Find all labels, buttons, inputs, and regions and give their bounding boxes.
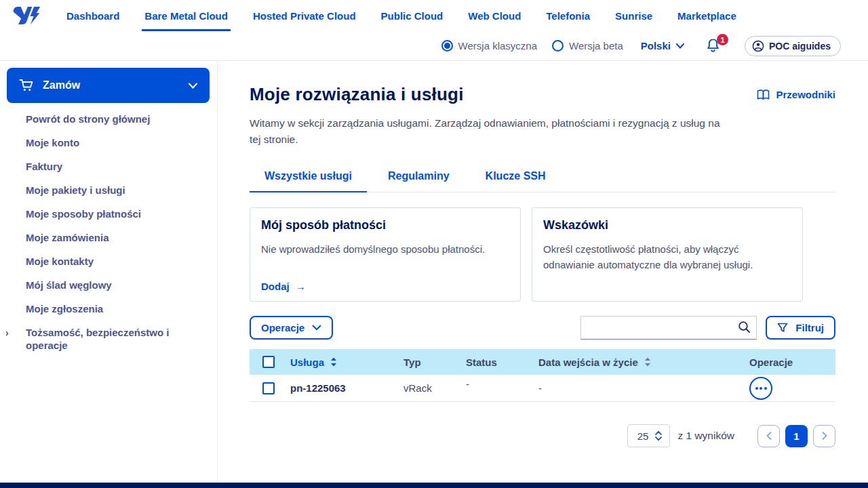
radio-version-classic[interactable]: Wersja klasyczna [441, 40, 537, 52]
column-header-type: Typ [403, 357, 466, 368]
row-checkbox[interactable] [262, 382, 275, 394]
chevron-left-icon [766, 432, 772, 440]
topnav-item-public-cloud[interactable]: Public Cloud [378, 0, 446, 31]
ovh-logo-icon [11, 5, 42, 26]
bottom-accent-bar [0, 483, 868, 488]
account-label: POC aiguides [769, 41, 831, 52]
search-icon[interactable] [738, 321, 751, 336]
topnav-item-marketplace[interactable]: Marketplace [675, 0, 739, 31]
order-button[interactable]: Zamów [7, 68, 210, 103]
operations-dropdown-button[interactable]: Operacje [250, 316, 333, 340]
sidebar-item-home[interactable]: Powrót do strony głównej [0, 107, 217, 131]
per-page-select[interactable]: 25 [627, 424, 671, 447]
sidebar-item-account[interactable]: Moje konto [0, 131, 217, 155]
page-description: Witamy w sekcji zarządzania usługami. Za… [250, 115, 724, 148]
chevron-down-icon [312, 325, 321, 331]
ovh-logo[interactable] [11, 0, 42, 31]
sidebar-item-invoices[interactable]: Faktury [0, 155, 217, 178]
tabs: Wszystkie usługi Regulaminy Klucze SSH [250, 170, 835, 192]
cart-icon [19, 79, 34, 92]
guides-link[interactable]: Przewodniki [757, 89, 835, 100]
topnav-item-telefonia[interactable]: Telefonia [543, 0, 593, 31]
chevron-down-icon [189, 83, 197, 89]
sidebar-item-carbon-footprint[interactable]: Mój ślad węglowy [0, 273, 217, 297]
order-button-label: Zamów [43, 79, 80, 92]
topnav-item-hosted-private-cloud[interactable]: Hosted Private Cloud [250, 0, 359, 31]
radio-unselected-icon [552, 40, 564, 52]
user-icon [752, 40, 764, 52]
main-content: Moje rozwiązania i usługi Przewodniki Wi… [218, 61, 868, 483]
select-all-checkbox[interactable] [262, 356, 275, 368]
sidebar-item-payment-methods[interactable]: Moje sposoby płatności [0, 202, 217, 226]
services-table: Usługa Typ Status Data wejścia w życie O… [250, 349, 835, 402]
language-label: Polski [641, 40, 671, 52]
operations-button-label: Operacje [261, 322, 304, 333]
sidebar-item-orders[interactable]: Moje zamówienia [0, 226, 217, 249]
radio-version-beta[interactable]: Wersja beta [552, 40, 623, 52]
radio-selected-icon [441, 40, 453, 52]
previous-page-button[interactable] [757, 425, 780, 447]
funnel-icon [777, 323, 788, 333]
column-header-status: Status [466, 357, 538, 368]
book-icon [757, 89, 770, 100]
sidebar-item-identity-security[interactable]: › Tożsamość, bezpieczeństwo i operacje [0, 321, 217, 357]
sort-icon[interactable] [330, 357, 337, 367]
next-page-button[interactable] [813, 425, 835, 447]
add-payment-link[interactable]: Dodaj → [261, 281, 509, 292]
sidebar-item-contacts[interactable]: Moje kontakty [0, 249, 217, 273]
filter-button-label: Filtruj [795, 322, 824, 333]
notifications-button[interactable]: 1 [706, 38, 720, 54]
card-title: Mój sposób płatności [261, 218, 509, 232]
search-input[interactable] [580, 316, 757, 340]
account-menu-button[interactable]: POC aiguides [745, 36, 841, 56]
filter-button[interactable]: Filtruj [766, 316, 835, 340]
page-number-button[interactable]: 1 [785, 425, 808, 447]
topnav-items: Dashboard Bare Metal Cloud Hosted Privat… [64, 0, 759, 31]
service-type: vRack [403, 382, 466, 394]
sidebar-item-label: Tożsamość, bezpieczeństwo i operacje [26, 327, 169, 351]
tab-ssh-keys[interactable]: Klucze SSH [471, 170, 561, 192]
per-page-value: 25 [637, 430, 649, 442]
chevron-down-icon [676, 43, 684, 49]
column-header-operations: Operacje [749, 357, 835, 368]
table-row: pn-1225063 vRack - - [250, 375, 835, 402]
tab-all-services[interactable]: Wszystkie usługi [250, 170, 367, 192]
results-count: z 1 wyników [677, 430, 734, 442]
search-box [580, 316, 757, 340]
pagination: 25 z 1 wyników 1 [250, 424, 835, 447]
language-selector[interactable]: Polski [641, 40, 684, 52]
row-actions-button[interactable] [749, 377, 772, 400]
payment-method-card: Mój sposób płatności Nie wprowadziłeś do… [250, 207, 521, 302]
top-navigation: Dashboard Bare Metal Cloud Hosted Privat… [0, 0, 868, 31]
service-name-link[interactable]: pn-1225063 [290, 382, 403, 394]
chevron-up-down-icon [654, 430, 663, 441]
column-header-service[interactable]: Usługa [290, 357, 324, 368]
chevron-right-icon: › [5, 327, 9, 340]
sort-icon[interactable] [644, 357, 651, 367]
card-title: Wskazówki [543, 218, 791, 232]
tab-terms[interactable]: Regulaminy [373, 170, 465, 192]
page-title: Moje rozwiązania i usługi [250, 84, 464, 105]
sidebar-item-packs-services[interactable]: Moje pakiety i usługi [0, 178, 217, 202]
notification-badge: 1 [717, 34, 728, 45]
radio-classic-label: Wersja klasyczna [458, 40, 537, 52]
service-status: - [466, 375, 538, 390]
tips-card: Wskazówki Określ częstotliwość płatności… [532, 207, 803, 302]
column-header-date[interactable]: Data wejścia w życie [538, 357, 638, 368]
arrow-right-icon: → [296, 281, 306, 292]
card-body: Określ częstotliwość płatności, aby włąc… [543, 241, 791, 273]
topnav-item-sunrise[interactable]: Sunrise [612, 0, 655, 31]
secondary-header: Wersja klasyczna Wersja beta Polski 1 PO… [0, 31, 868, 61]
guides-link-label: Przewodniki [776, 89, 835, 100]
sidebar: Zamów Powrót do strony głównej Moje kont… [0, 61, 218, 483]
table-header-row: Usługa Typ Status Data wejścia w życie O… [250, 349, 835, 375]
radio-beta-label: Wersja beta [569, 40, 623, 52]
add-link-label: Dodaj [261, 281, 290, 292]
topnav-item-bare-metal-cloud[interactable]: Bare Metal Cloud [142, 0, 231, 31]
service-date: - [538, 382, 749, 394]
sidebar-item-tickets[interactable]: Moje zgłoszenia [0, 297, 217, 321]
topnav-item-dashboard[interactable]: Dashboard [64, 0, 122, 31]
version-radio-group: Wersja klasyczna Wersja beta [441, 40, 623, 52]
topnav-item-web-cloud[interactable]: Web Cloud [465, 0, 524, 31]
card-body: Nie wprowadziłeś domyślnego sposobu płat… [261, 241, 509, 257]
